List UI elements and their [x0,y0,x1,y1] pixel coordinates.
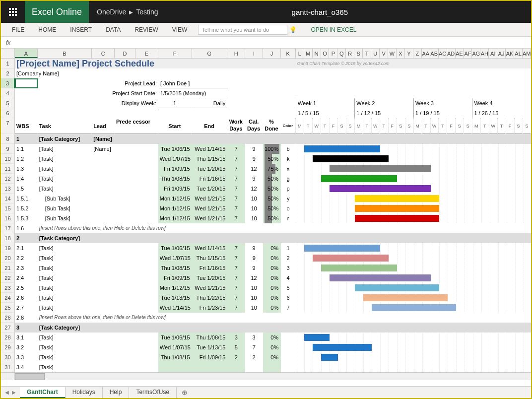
end-cell[interactable]: Tue 1/13/15 [192,342,228,352]
tell-me-search[interactable]: Tell me what you want to do [198,25,287,35]
wbs-cell[interactable]: 2.1 [15,243,38,253]
workdays-cell[interactable]: 7 [227,203,245,213]
column-header-K[interactable]: K [281,49,296,58]
week-header-3[interactable]: Week 3 [413,98,472,108]
cell[interactable] [115,174,158,184]
week-date-2[interactable]: 1 / 12 / 15 [354,108,413,118]
task-cell[interactable]: [Task] [38,164,92,174]
row-header-25[interactable]: 25 [1,303,15,313]
task-cell[interactable]: [Sub Task] [38,203,92,213]
color-cell[interactable] [281,362,296,372]
color-cell[interactable]: k [281,154,296,164]
wbs-cell[interactable]: 1 [15,134,38,144]
color-cell[interactable]: o [281,203,296,213]
workdays-cell[interactable]: 7 [227,144,245,154]
start-cell[interactable] [158,362,192,372]
cell[interactable] [115,303,158,313]
day-header-22[interactable]: T [480,118,489,134]
column-header-T[interactable]: T [363,49,371,58]
wbs-cell[interactable]: 3.1 [15,332,38,342]
task-cell[interactable]: [Task] [38,253,92,263]
start-cell[interactable]: Mon 1/12/15 [158,194,192,203]
meta-label-week[interactable]: Display Week: [92,98,158,108]
color-cell[interactable]: p [281,184,296,194]
cell[interactable] [115,253,158,263]
cell[interactable] [115,263,158,273]
insert-row-hint[interactable]: [Insert Rows above this one, then Hide o… [38,223,531,233]
tab-review[interactable]: REVIEW [128,23,165,36]
row-header-29[interactable]: 29 [1,342,15,352]
caldays-cell[interactable]: 10 [245,303,263,313]
color-cell[interactable]: y [281,194,296,203]
meta-value-lead[interactable]: [ John Doe ] [159,78,228,88]
done-cell[interactable]: 0% [263,263,281,273]
color-cell[interactable]: 1 [281,243,296,253]
meta-label-start[interactable]: Project Start Date: [92,88,159,98]
gantt-bar[interactable] [304,245,380,252]
task-cell[interactable]: [Task] [38,293,92,303]
column-header-V[interactable]: V [380,49,388,58]
column-header-AC[interactable]: AC [439,49,447,58]
end-cell[interactable]: Wed 1/21/15 [192,213,228,223]
column-header-L[interactable]: L [296,49,304,58]
column-header-I[interactable]: I [245,49,263,58]
wbs-cell[interactable]: 3 [15,323,38,332]
meta-value-freq[interactable]: Daily [192,98,228,108]
color-cell[interactable] [281,342,296,352]
task-cell[interactable]: [Task] [38,342,92,352]
end-cell[interactable]: Fri 1/09/15 [192,352,228,362]
row-header-13[interactable]: 13 [1,184,15,194]
gantt-bar[interactable] [304,334,330,341]
col-hdr-pred[interactable]: Prede cessor [115,118,158,134]
wbs-cell[interactable]: 2.6 [15,293,38,303]
day-header-11[interactable]: F [388,118,397,134]
tab-insert[interactable]: INSERT [63,23,99,36]
lead-cell[interactable] [92,233,115,243]
wbs-cell[interactable]: 1.6 [15,223,38,233]
lead-cell[interactable]: [Name] [92,144,115,154]
end-cell[interactable]: Wed 1/21/15 [192,194,228,203]
week-header-4[interactable]: Week 4 [472,98,531,108]
caldays-cell[interactable]: 10 [245,213,263,223]
lead-cell[interactable] [92,352,115,362]
week-header-1[interactable]: Week 1 [296,98,355,108]
breadcrumb-root[interactable]: OneDrive [97,8,126,16]
done-cell[interactable]: 0% [263,293,281,303]
workdays-cell[interactable]: 7 [227,303,245,313]
end-cell[interactable]: Fri 1/16/15 [192,174,228,184]
col-hdr-7[interactable]: Work Days [227,118,245,134]
start-cell[interactable]: Wed 1/07/15 [158,342,192,352]
wbs-cell[interactable]: 1.1 [15,144,38,154]
cell[interactable] [115,184,158,194]
end-cell[interactable]: Tue 1/20/15 [192,164,228,174]
start-cell[interactable]: Fri 1/09/15 [158,184,192,194]
workdays-cell[interactable]: 7 [227,263,245,273]
cell[interactable] [115,233,296,243]
end-cell[interactable]: Fri 1/23/15 [192,303,228,313]
row-header-2[interactable]: 2 [1,68,15,78]
gantt-bar[interactable] [330,274,431,281]
col-hdr-0[interactable]: WBS [15,118,38,134]
task-cell[interactable]: [Task Category] [38,233,92,243]
row-header-18[interactable]: 18 [1,233,15,243]
cell[interactable] [115,352,158,362]
done-cell[interactable]: 50% [263,184,281,194]
column-header-AM[interactable]: AM [523,49,531,58]
lead-cell[interactable] [92,273,115,283]
cell[interactable] [115,362,158,372]
done-cell[interactable]: 100% [263,144,281,154]
wbs-cell[interactable]: 1.5.3 [15,213,38,223]
cell[interactable] [296,233,531,243]
horizontal-scrollbar[interactable] [1,372,531,380]
day-header-25[interactable]: F [506,118,514,134]
task-cell[interactable]: [Task] [38,243,92,253]
end-cell[interactable]: Fri 1/16/15 [192,263,228,273]
cell[interactable] [115,213,158,223]
col-hdr-color[interactable]: Color [280,118,295,134]
row-header-31[interactable]: 31 [1,362,15,372]
end-cell[interactable]: Wed 1/21/15 [192,203,228,213]
column-header-O[interactable]: O [321,49,330,58]
wbs-cell[interactable]: 2.7 [15,303,38,313]
lead-cell[interactable] [92,174,115,184]
color-cell[interactable] [281,352,296,362]
